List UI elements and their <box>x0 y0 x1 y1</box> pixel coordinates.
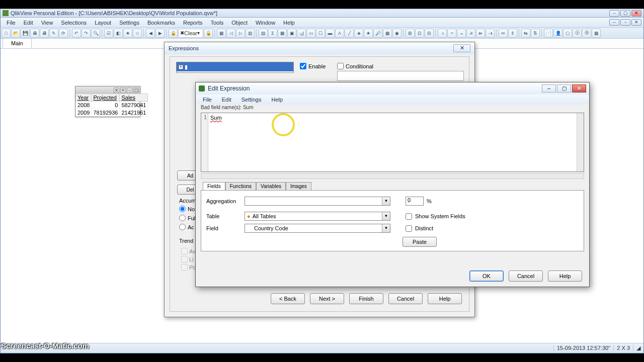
tb-right-icon[interactable]: ▷ <box>236 29 245 38</box>
tb-undo-icon[interactable]: ↶ <box>72 29 81 38</box>
show-system-fields-checkbox[interactable] <box>406 213 412 220</box>
tab-main[interactable]: Main <box>3 38 32 48</box>
tb-button-icon[interactable]: ▬ <box>326 29 335 38</box>
enable-checkbox[interactable] <box>300 63 306 69</box>
tb-statbox-icon[interactable]: Σ <box>268 29 277 38</box>
tab-fields[interactable]: Fields <box>203 182 225 190</box>
tb-clear-dropdown[interactable]: ✖ Clear ▾ <box>178 29 203 38</box>
help-button-ee[interactable]: Help <box>548 270 582 282</box>
ee-menu-help[interactable]: Help <box>266 96 288 104</box>
tb-docprop-icon[interactable]: 📄 <box>544 29 553 38</box>
mdi-close[interactable]: ✕ <box>631 19 641 26</box>
col-year[interactable]: Year <box>76 94 92 102</box>
tb-d2-icon[interactable]: ⊟ <box>425 29 434 38</box>
finish-button[interactable]: Finish <box>349 293 383 304</box>
conditional-checkbox[interactable] <box>337 63 344 69</box>
minimize-button[interactable]: – <box>609 10 619 17</box>
tb-script-icon[interactable]: ✎ <box>49 29 58 38</box>
tb-sheets-icon[interactable]: ▥ <box>246 29 255 38</box>
editor-hscroll[interactable] <box>201 173 584 179</box>
menu-window[interactable]: Window <box>252 19 279 27</box>
menu-help[interactable]: Help <box>279 19 299 27</box>
tb-dv-icon[interactable]: ⇕ <box>508 29 517 38</box>
ee-menu-file[interactable]: File <box>198 96 217 104</box>
chevron-down-icon[interactable]: ▼ <box>382 212 390 220</box>
tb-reload-icon[interactable]: ⟳ <box>59 29 68 38</box>
tb-bookmarks-icon[interactable]: ☆ <box>133 29 142 38</box>
menu-view[interactable]: View <box>37 19 57 27</box>
tb-varover-icon[interactable]: ⓥ <box>573 29 582 38</box>
accum-full-radio[interactable] <box>179 215 186 221</box>
edit-expr-minimize[interactable]: – <box>542 84 556 93</box>
back-button[interactable]: < Back <box>271 293 305 304</box>
close-button[interactable]: ✕ <box>631 10 641 17</box>
tb-container-icon[interactable]: ▦ <box>383 29 392 38</box>
menu-edit[interactable]: Edit <box>20 19 37 27</box>
tb-chart2-icon[interactable]: 📊 <box>297 29 306 38</box>
tb-new-icon[interactable]: □ <box>2 29 11 38</box>
chevron-down-icon[interactable]: ▼ <box>382 224 390 232</box>
expression-tree[interactable]: + ▮ <box>176 62 294 73</box>
menu-tools[interactable]: Tools <box>206 19 227 27</box>
menu-bookmarks[interactable]: Bookmarks <box>143 19 179 27</box>
pct-input[interactable]: 0 <box>406 197 424 206</box>
tb-multibox-icon[interactable]: ▦ <box>278 29 287 38</box>
flt-excel-icon[interactable]: X <box>114 87 119 93</box>
menu-object[interactable]: Object <box>227 19 252 27</box>
cancel-button[interactable]: Cancel <box>388 293 423 304</box>
tb-ev-icon[interactable]: ⇅ <box>531 29 540 38</box>
tb-ar-icon[interactable]: ⫠ <box>457 29 466 38</box>
tb-exprover-icon[interactable]: ⓔ <box>582 29 591 38</box>
tb-bookmark2-icon[interactable]: ★ <box>364 29 373 38</box>
tb-chart-icon[interactable]: ◧ <box>114 29 123 38</box>
tb-back-icon[interactable]: ◀ <box>146 29 155 38</box>
menu-selections[interactable]: Selections <box>57 19 91 27</box>
expressions-close-button[interactable]: ✕ <box>453 44 470 52</box>
tb-search2-icon[interactable]: 🔎 <box>373 29 382 38</box>
accum-back-radio[interactable] <box>179 224 186 230</box>
flt-menu-icon[interactable]: ≡ <box>120 87 126 93</box>
tb-al-icon[interactable]: ⫞ <box>438 29 447 38</box>
ee-menu-settings[interactable]: Settings <box>236 96 267 104</box>
flt-max-icon[interactable]: ▢ <box>133 87 139 93</box>
tb-current-icon[interactable]: ☐ <box>316 29 325 38</box>
col-projected[interactable]: Projected <box>92 94 120 102</box>
cancel-button-ee[interactable]: Cancel <box>509 270 543 282</box>
tb-save-icon[interactable]: 💾 <box>21 29 30 38</box>
table-combo[interactable]: ●All Tables▼ <box>245 212 390 221</box>
floating-table[interactable]: X ≡ – ▢ Year Projected Sales 2008 0 5827… <box>75 86 140 117</box>
tb-at-icon[interactable]: ⫡ <box>466 29 475 38</box>
expression-editor[interactable]: 1 Sum <box>201 113 584 172</box>
conditional-input[interactable] <box>337 71 464 81</box>
tb-bookmark-icon[interactable]: ★ <box>123 29 132 38</box>
code-text[interactable]: Sum <box>210 114 577 121</box>
aggregation-combo[interactable]: ▼ <box>245 197 390 206</box>
paste-button[interactable]: Paste <box>403 237 437 247</box>
tb-slider-icon[interactable]: ◈ <box>354 29 363 38</box>
tb-search-icon[interactable]: 🔍 <box>91 29 100 38</box>
edit-expr-title-bar[interactable]: Edit Expression – ▢ ✕ <box>196 82 589 95</box>
table-row[interactable]: 2009 78192936 21421961 <box>76 109 148 117</box>
tb-listbox-icon[interactable]: ▤ <box>259 29 268 38</box>
tab-images[interactable]: Images <box>286 182 311 190</box>
tb-print-icon[interactable]: 🖶 <box>30 29 39 38</box>
accum-none-radio[interactable] <box>179 206 186 212</box>
tab-variables[interactable]: Variables <box>256 182 286 190</box>
ee-menu-edit[interactable]: Edit <box>217 96 236 104</box>
tree-expand-icon[interactable]: + <box>179 65 183 69</box>
menu-layout[interactable]: Layout <box>91 19 115 27</box>
tb-tableviewer-icon[interactable]: ▦ <box>592 29 601 38</box>
tab-functions[interactable]: Functions <box>225 182 256 190</box>
tb-sheetprop-icon[interactable]: ▢ <box>563 29 572 38</box>
tb-ac-icon[interactable]: ⫟ <box>447 29 456 38</box>
edit-expr-maximize[interactable]: ▢ <box>557 84 571 93</box>
tb-unlock-icon[interactable]: 🔓 <box>204 29 213 38</box>
tb-redo-icon[interactable]: ↷ <box>82 29 91 38</box>
tb-lock-icon[interactable]: 🔒 <box>169 29 178 38</box>
ok-button[interactable]: OK <box>469 270 504 282</box>
help-button[interactable]: Help <box>428 293 462 304</box>
tb-selections-icon[interactable]: ☑ <box>104 29 113 38</box>
editor-vscroll[interactable] <box>577 113 584 171</box>
col-sales[interactable]: Sales <box>120 94 148 102</box>
tb-d1-icon[interactable]: ⊡ <box>415 29 424 38</box>
